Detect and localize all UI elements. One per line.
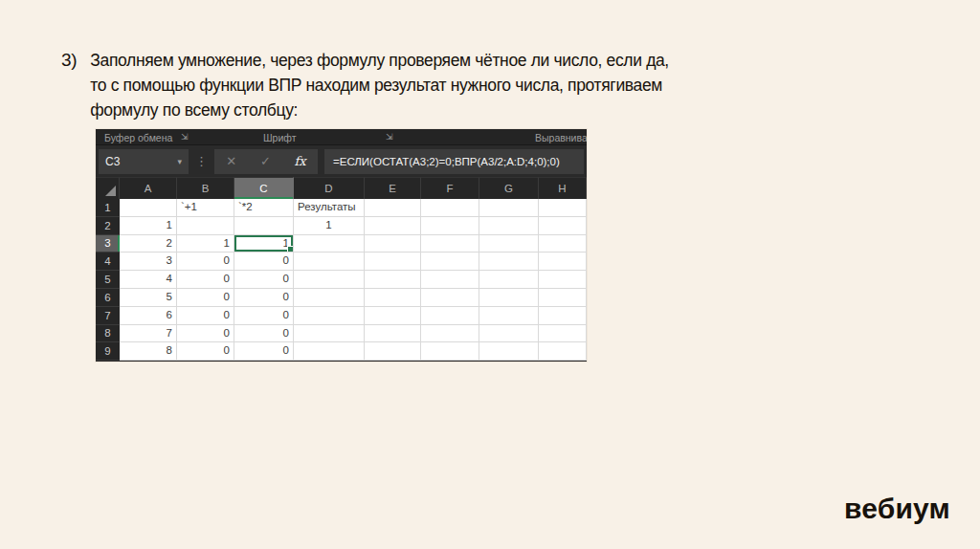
cell-a5[interactable]: 4 bbox=[120, 271, 177, 289]
cell-c4[interactable]: 0 bbox=[234, 253, 294, 271]
cell-h3[interactable] bbox=[539, 235, 587, 253]
cancel-icon[interactable]: ✕ bbox=[226, 154, 236, 168]
column-header-a[interactable]: A bbox=[120, 177, 177, 199]
formula-bar-row: C3 ▾ ⋮ ✕ ✓ fx =ЕСЛИ(ОСТАТ(A3;2)=0;ВПР(A3… bbox=[96, 145, 587, 177]
cell-e7[interactable] bbox=[365, 307, 421, 325]
cell-e9[interactable] bbox=[365, 342, 421, 361]
cell-h8[interactable] bbox=[539, 325, 587, 343]
cell-e4[interactable] bbox=[365, 253, 421, 271]
cell-f2[interactable] bbox=[421, 217, 479, 235]
cell-c5[interactable]: 0 bbox=[234, 271, 294, 289]
column-header-d[interactable]: D bbox=[294, 177, 365, 199]
cell-f4[interactable] bbox=[421, 253, 479, 271]
cell-e6[interactable] bbox=[365, 289, 421, 307]
column-header-h[interactable]: H bbox=[539, 177, 587, 199]
column-header-g[interactable]: G bbox=[479, 177, 539, 199]
row-header-2[interactable]: 2 bbox=[96, 217, 120, 235]
row-header-5[interactable]: 5 bbox=[96, 271, 120, 289]
cell-a3[interactable]: 2 bbox=[120, 235, 177, 253]
cell-f5[interactable] bbox=[421, 271, 479, 289]
formula-bar-input[interactable]: =ЕСЛИ(ОСТАТ(A3;2)=0;ВПР(A3/2;A:D;4;0);0) bbox=[324, 149, 584, 174]
cell-b5[interactable]: 0 bbox=[177, 271, 234, 289]
cell-g6[interactable] bbox=[479, 289, 539, 307]
column-header-c[interactable]: C bbox=[234, 177, 294, 199]
cell-g8[interactable] bbox=[479, 325, 539, 343]
cell-d1[interactable]: Результаты bbox=[294, 199, 365, 217]
row-header-6[interactable]: 6 bbox=[96, 289, 120, 307]
row-header-8[interactable]: 8 bbox=[96, 325, 120, 343]
cell-e1[interactable] bbox=[365, 199, 421, 217]
cell-d2[interactable]: 1 bbox=[294, 217, 365, 235]
row-header-7[interactable]: 7 bbox=[96, 307, 120, 325]
cell-c9[interactable]: 0 bbox=[234, 342, 294, 361]
cell-f9[interactable] bbox=[421, 342, 479, 361]
cell-a7[interactable]: 6 bbox=[120, 307, 177, 325]
cell-b6[interactable]: 0 bbox=[177, 289, 234, 307]
select-all-corner[interactable] bbox=[96, 177, 120, 199]
cell-d5[interactable] bbox=[294, 271, 365, 289]
cell-d4[interactable] bbox=[294, 253, 365, 271]
cell-g4[interactable] bbox=[479, 253, 539, 271]
cell-e8[interactable] bbox=[365, 325, 421, 343]
cell-e2[interactable] bbox=[365, 217, 421, 235]
cell-c7[interactable]: 0 bbox=[234, 307, 294, 325]
cell-b1[interactable]: `+1 bbox=[177, 199, 234, 217]
more-options-icon[interactable]: ⋮ bbox=[195, 154, 208, 168]
cell-e3[interactable] bbox=[365, 235, 421, 253]
cell-a2[interactable]: 1 bbox=[120, 217, 177, 235]
cell-b8[interactable]: 0 bbox=[177, 325, 234, 343]
cell-g9[interactable] bbox=[479, 342, 539, 361]
cell-g2[interactable] bbox=[479, 217, 539, 235]
cell-h6[interactable] bbox=[539, 289, 587, 307]
selected-cell-c3[interactable]: 1 bbox=[234, 235, 294, 253]
cell-d8[interactable] bbox=[294, 325, 365, 343]
cell-b9[interactable]: 0 bbox=[177, 342, 234, 361]
column-header-e[interactable]: E bbox=[365, 177, 421, 199]
cell-b4[interactable]: 0 bbox=[177, 253, 234, 271]
column-header-b[interactable]: B bbox=[177, 177, 234, 199]
cell-f1[interactable] bbox=[421, 199, 479, 217]
cell-e5[interactable] bbox=[365, 271, 421, 289]
chevron-down-icon[interactable]: ▾ bbox=[177, 157, 182, 166]
cell-d7[interactable] bbox=[294, 307, 365, 325]
row-header-4[interactable]: 4 bbox=[96, 253, 120, 271]
name-box[interactable]: C3 ▾ bbox=[99, 149, 189, 174]
cell-h5[interactable] bbox=[539, 271, 587, 289]
cell-h1[interactable] bbox=[539, 199, 587, 217]
cell-f8[interactable] bbox=[421, 325, 479, 343]
dialog-launcher-icon[interactable]: ⇲ bbox=[386, 132, 393, 142]
row-header-3[interactable]: 3 bbox=[96, 235, 120, 253]
insert-function-icon[interactable]: fx bbox=[294, 154, 305, 168]
cell-a9[interactable]: 8 bbox=[120, 342, 177, 361]
cell-f6[interactable] bbox=[421, 289, 479, 307]
cell-d9[interactable] bbox=[294, 342, 365, 361]
cell-h9[interactable] bbox=[539, 342, 587, 361]
cell-g7[interactable] bbox=[479, 307, 539, 325]
cell-c2[interactable] bbox=[234, 217, 294, 235]
cell-a8[interactable]: 7 bbox=[120, 325, 177, 343]
cell-b3[interactable]: 1 bbox=[177, 235, 234, 253]
enter-icon[interactable]: ✓ bbox=[260, 154, 271, 168]
cell-b7[interactable]: 0 bbox=[177, 307, 234, 325]
cell-c6[interactable]: 0 bbox=[234, 289, 294, 307]
column-header-f[interactable]: F bbox=[421, 177, 479, 199]
cell-c8[interactable]: 0 bbox=[234, 325, 294, 343]
cell-h7[interactable] bbox=[539, 307, 587, 325]
cell-a4[interactable]: 3 bbox=[120, 253, 177, 271]
cell-a6[interactable]: 5 bbox=[120, 289, 177, 307]
cell-g5[interactable] bbox=[479, 271, 539, 289]
cell-h2[interactable] bbox=[539, 217, 587, 235]
cell-g1[interactable] bbox=[479, 199, 539, 217]
cell-h4[interactable] bbox=[539, 253, 587, 271]
cell-d6[interactable] bbox=[294, 289, 365, 307]
cell-b2[interactable] bbox=[177, 217, 234, 235]
cell-c1[interactable]: `*2 bbox=[234, 199, 294, 217]
cell-a1[interactable] bbox=[120, 199, 177, 217]
row-header-1[interactable]: 1 bbox=[96, 199, 120, 217]
row-header-9[interactable]: 9 bbox=[96, 342, 120, 361]
cell-f3[interactable] bbox=[421, 235, 479, 253]
cell-d3[interactable] bbox=[294, 235, 365, 253]
cell-g3[interactable] bbox=[479, 235, 539, 253]
cell-f7[interactable] bbox=[421, 307, 479, 325]
dialog-launcher-icon[interactable]: ⇲ bbox=[181, 132, 189, 142]
